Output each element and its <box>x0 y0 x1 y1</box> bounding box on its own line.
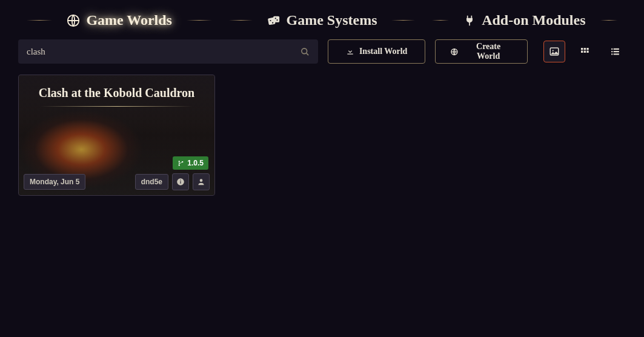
svg-rect-12 <box>584 48 586 50</box>
tab-game-worlds[interactable]: Game Worlds <box>18 12 221 28</box>
tab-label: Game Worlds <box>86 12 172 28</box>
button-label: Create World <box>464 42 513 61</box>
image-icon <box>549 46 560 57</box>
svg-rect-19 <box>611 51 612 52</box>
svg-point-6 <box>276 19 277 20</box>
svg-point-28 <box>180 179 181 181</box>
svg-rect-13 <box>586 48 588 50</box>
svg-point-5 <box>274 18 276 19</box>
world-card[interactable]: Clash at the Kobold Cauldron 1.0.5 Monda… <box>18 75 215 196</box>
divider-line <box>600 20 617 21</box>
view-list-button[interactable] <box>604 41 626 62</box>
divider-line <box>229 20 252 21</box>
svg-point-10 <box>553 50 554 51</box>
svg-rect-27 <box>180 181 181 184</box>
dice-icon <box>267 14 281 27</box>
svg-rect-14 <box>581 51 583 53</box>
svg-rect-2 <box>273 16 279 22</box>
install-world-button[interactable]: Install World <box>328 39 425 64</box>
world-title: Clash at the Kobold Cauldron <box>19 75 214 106</box>
grid-icon <box>580 47 589 56</box>
search-input[interactable] <box>27 47 300 57</box>
svg-point-23 <box>179 161 180 162</box>
user-icon <box>197 178 205 186</box>
svg-rect-17 <box>611 48 612 49</box>
view-grid-button[interactable] <box>574 41 596 62</box>
tab-label: Add-on Modules <box>482 12 585 28</box>
button-label: Install World <box>359 47 408 56</box>
plug-icon <box>463 14 476 27</box>
search-icon <box>300 47 310 56</box>
create-world-button[interactable]: Create World <box>435 39 528 64</box>
tab-label: Game Systems <box>287 12 377 28</box>
user-button[interactable] <box>193 173 210 190</box>
svg-rect-15 <box>584 51 586 53</box>
system-chip: dnd5e <box>135 174 168 190</box>
date-chip: Monday, Jun 5 <box>24 174 85 190</box>
svg-rect-22 <box>613 53 619 55</box>
tab-addon-modules[interactable]: Add-on Modules <box>423 12 626 28</box>
divider-line <box>391 20 414 21</box>
version-badge: 1.0.5 <box>173 156 208 170</box>
list-icon <box>610 47 620 57</box>
globe-plus-icon <box>450 47 459 56</box>
branch-icon <box>178 160 184 167</box>
divider-line <box>187 20 212 21</box>
svg-point-29 <box>200 179 203 182</box>
download-icon <box>346 47 354 56</box>
svg-point-4 <box>272 22 273 23</box>
search-box[interactable] <box>18 39 318 64</box>
info-button[interactable] <box>172 173 189 190</box>
tab-game-systems[interactable]: Game Systems <box>221 12 423 28</box>
svg-point-24 <box>179 164 180 165</box>
divider-line <box>432 20 449 21</box>
svg-rect-11 <box>581 48 583 50</box>
info-icon <box>176 178 185 186</box>
svg-point-3 <box>270 19 271 21</box>
version-text: 1.0.5 <box>187 159 204 167</box>
svg-rect-16 <box>586 51 588 53</box>
svg-point-7 <box>302 48 307 53</box>
svg-rect-18 <box>613 48 619 49</box>
title-divider <box>41 106 193 107</box>
svg-rect-20 <box>613 51 619 52</box>
divider-line <box>27 20 52 21</box>
view-image-button[interactable] <box>543 41 565 62</box>
svg-rect-21 <box>611 53 612 55</box>
globe-icon <box>67 14 80 27</box>
